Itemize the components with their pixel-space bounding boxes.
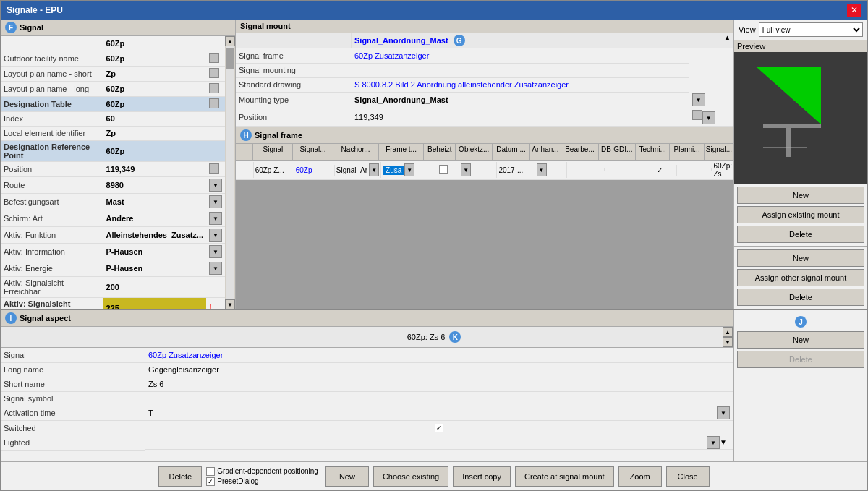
field-icon[interactable]: [209, 53, 219, 63]
table-row: Lighted ▼ ▼: [1, 435, 733, 451]
footer-choose-existing-button[interactable]: Choose existing: [373, 466, 448, 487]
delete-button[interactable]: Delete: [737, 226, 864, 243]
aspect-scroll-down[interactable]: ▼: [723, 337, 733, 347]
value-cell: Alleinstehendes_Zusatz...: [103, 226, 206, 243]
dropdown-arrow[interactable]: ▼: [209, 195, 222, 208]
signal-mount-title: Signal mount: [240, 22, 291, 30]
signal-aspect-section: I Signal aspect 60Zp: Zs 6 K ▲: [1, 310, 733, 461]
footer-insert-copy-button[interactable]: Insert copy: [453, 466, 511, 487]
value-cell: 60Zp: [103, 140, 206, 161]
signal-aspect-table: Signal 60Zp Zusatzanzeiger Long name Geg…: [1, 348, 733, 451]
label-cell: Long name: [1, 362, 145, 377]
dropdown-arrow[interactable]: ▼: [707, 436, 720, 449]
value-cell: [352, 63, 689, 77]
dropdown-cell[interactable]: ▼: [206, 193, 225, 210]
field-icon[interactable]: [209, 163, 219, 174]
dropdown-arrow[interactable]: ▼: [537, 163, 547, 176]
signal-mount-badge-g: G: [454, 35, 465, 46]
value-cell: 60Zp: [103, 96, 206, 111]
dropdown-arrow[interactable]: ▼: [209, 229, 222, 242]
view-section: View Full view Compact view: [734, 20, 867, 40]
signal-aspect-right-buttons: J New Delete: [733, 310, 867, 461]
aspect-scroll-up[interactable]: ▲: [723, 327, 733, 337]
scroll-thumb[interactable]: [226, 48, 234, 69]
close-window-button[interactable]: ✕: [847, 4, 861, 17]
signal-panel: F Signal 60Zp Outdoor facility nam: [1, 20, 236, 309]
signal-aspect-new-button[interactable]: New: [737, 331, 864, 349]
new-button-2[interactable]: New: [737, 249, 864, 267]
icon-cell[interactable]: [206, 96, 225, 111]
icon-cell[interactable]: ▼: [689, 108, 733, 127]
activation-time-text: T: [148, 409, 153, 417]
assign-other-signal-mount-button[interactable]: Assign other signal mount: [737, 269, 864, 286]
signal-mount-top: Signal mount Signal_Anordnung_Mast G: [236, 20, 733, 127]
delete-button-2[interactable]: Delete: [737, 289, 864, 306]
icon-cell[interactable]: [206, 81, 225, 96]
signal-table-container: 60Zp Outdoor facility name 60Zp Layout p…: [1, 36, 225, 309]
signal-aspect-delete-button[interactable]: Delete: [737, 351, 864, 368]
scroll-down-small[interactable]: ▼: [720, 438, 730, 446]
dropdown-arrow[interactable]: ▼: [209, 212, 222, 225]
dropdown-arrow[interactable]: ▼: [209, 179, 222, 192]
preview-svg: [734, 52, 843, 164]
icon-cell[interactable]: [206, 66, 225, 81]
value-cell: 60: [103, 111, 206, 126]
dropdown-cell[interactable]: ▼: [689, 92, 733, 108]
dropdown-arrow[interactable]: ▼: [209, 245, 222, 258]
field-icon[interactable]: [209, 68, 219, 78]
table-row: Schirm: Art Andere ▼: [1, 210, 225, 226]
frame-data-row[interactable]: 60Zp Z... 60Zp Signal_Ar ▼ Zusa ▼ ▼: [236, 161, 733, 180]
scroll-up-arrow[interactable]: ▲: [225, 36, 235, 46]
dropdown-arrow[interactable]: ▼: [461, 163, 471, 176]
footer-checkboxes: Gradient-dependent positioning ✓ PresetD…: [206, 467, 318, 486]
table-row: Index 60: [1, 111, 225, 126]
icon-cell[interactable]: [206, 161, 225, 176]
dropdown-arrow[interactable]: ▼: [404, 163, 414, 176]
value-cell: T ▼: [145, 406, 733, 421]
label-cell: Aktiv: Signalsicht Mindest: [1, 297, 103, 309]
dropdown-arrow[interactable]: ▼: [692, 93, 705, 106]
header-value-cell: 60Zp: [103, 36, 206, 51]
beheizt-checkbox[interactable]: [439, 165, 448, 174]
dropdown-cell[interactable]: ▼: [206, 226, 225, 243]
table-row: Aktiv: Funktion Alleinstehendes_Zusatz..…: [1, 226, 225, 243]
dropdown-arrow[interactable]: ▼: [369, 163, 379, 176]
dropdown-cell[interactable]: ▼: [206, 243, 225, 260]
signal-mount-left: Signal mount Signal_Anordnung_Mast G: [236, 20, 733, 127]
dropdown-arrow[interactable]: ▼: [209, 262, 222, 275]
frame-cell-checkbox[interactable]: [427, 163, 459, 176]
main-window: Signale - EPU ✕ F Signal 60Zp: [0, 0, 868, 491]
value-cell: P-Hausen: [103, 243, 206, 260]
field-icon[interactable]: [209, 83, 219, 93]
view-select[interactable]: Full view Compact view: [759, 22, 863, 37]
table-row: Position 119,349 ▼: [236, 108, 733, 127]
frame-cell-bearbe2: [567, 168, 605, 171]
preview-label: Preview: [734, 40, 867, 52]
new-button[interactable]: New: [737, 187, 864, 204]
header-scroll-btn[interactable]: [206, 36, 225, 51]
mount-scroll-top[interactable]: ▲: [723, 33, 733, 48]
preset-checkbox[interactable]: ✓: [206, 477, 215, 486]
footer-delete-button[interactable]: Delete: [158, 466, 202, 487]
footer-close-button[interactable]: Close: [666, 466, 710, 487]
dropdown-cell[interactable]: ▼: [206, 260, 225, 276]
field-icon[interactable]: [209, 98, 219, 108]
dropdown-arrow[interactable]: ▼: [717, 406, 730, 419]
label-cell: Signal: [1, 348, 145, 362]
footer-zoom-button[interactable]: Zoom: [618, 466, 662, 487]
dropdown-arrow[interactable]: ▼: [702, 111, 715, 124]
frame-empty-area: [236, 180, 733, 309]
footer-new-button[interactable]: New: [326, 466, 369, 487]
footer-create-at-signal-mount-button[interactable]: Create at signal mount: [515, 466, 614, 487]
field-icon[interactable]: [692, 110, 702, 120]
table-row: Aktiv: Signalsicht Erreichbar 200: [1, 276, 225, 297]
gradient-checkbox[interactable]: [206, 467, 215, 476]
aspect-header-text: 60Zp: Zs 6: [407, 333, 446, 341]
switched-checkbox[interactable]: ✓: [435, 424, 443, 432]
icon-cell[interactable]: [206, 51, 225, 66]
assign-existing-mount-button[interactable]: Assign existing mount: [737, 206, 864, 223]
dropdown-cell[interactable]: ▼: [206, 176, 225, 193]
dropdown-cell[interactable]: ▼: [206, 210, 225, 226]
scroll-down-arrow[interactable]: ▼: [225, 299, 235, 309]
label-cell: Signal frame: [236, 48, 352, 63]
